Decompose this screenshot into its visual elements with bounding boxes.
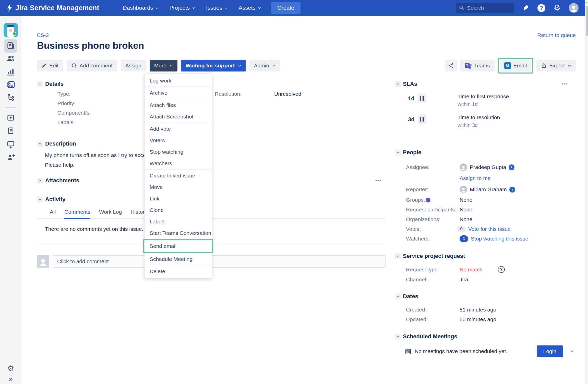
sidebar-item-displays[interactable] <box>6 140 15 149</box>
menu-item-archive[interactable]: Archive <box>145 87 212 99</box>
collapse-dates-icon[interactable] <box>395 294 401 299</box>
stop-watching-link[interactable]: Stop watching this issue <box>471 236 528 242</box>
nav-issues[interactable]: Issues <box>206 5 228 11</box>
updated-row: Updated: 50 minutes ago <box>395 315 576 324</box>
collapse-details-icon[interactable] <box>37 81 43 87</box>
menu-item-delete[interactable]: Delete <box>145 266 212 277</box>
document-icon <box>7 127 15 135</box>
return-to-queue-link[interactable]: Return to queue <box>537 32 576 38</box>
search-box[interactable] <box>456 3 514 13</box>
collapse-meetings-icon[interactable] <box>395 334 401 340</box>
collapse-description-icon[interactable] <box>37 141 43 147</box>
request-type-help-icon[interactable]: ? <box>498 266 505 273</box>
scrollbar-thumb[interactable] <box>586 6 588 36</box>
export-button[interactable]: Export <box>536 60 576 71</box>
info-icon[interactable]: i <box>509 164 514 170</box>
create-button[interactable]: Create <box>271 2 301 14</box>
attachments-more-icon[interactable]: ••• <box>375 178 381 183</box>
email-button[interactable]: O Email <box>500 60 532 71</box>
breadcrumb-issue-key[interactable]: CS-3 <box>37 32 49 38</box>
menu-item-clone[interactable]: Clone <box>145 204 212 216</box>
collapse-activity-icon[interactable] <box>37 197 43 202</box>
menu-item-labels[interactable]: Labels <box>145 216 212 227</box>
assignee-name[interactable]: Pradeep Gupta <box>470 164 506 170</box>
nav-assets[interactable]: Assets <box>238 5 261 11</box>
assignee-avatar[interactable] <box>460 163 467 171</box>
reporter-name[interactable]: Miriam Graham <box>470 186 507 193</box>
watchers-label: Watchers: <box>395 236 460 242</box>
menu-item-schedule-meeting[interactable]: Schedule Meeting <box>145 253 212 265</box>
sidebar-item-customers[interactable] <box>6 54 15 63</box>
menu-item-create-linked-issue[interactable]: Create linked issue <box>145 170 212 181</box>
sidebar-expand[interactable]: » <box>9 375 13 383</box>
pause-icon[interactable] <box>418 93 426 103</box>
attachments-title: Attachments <box>45 177 79 184</box>
sidebar-item-invite-people[interactable] <box>6 153 15 162</box>
sidebar-item-structure[interactable] <box>6 93 15 102</box>
sidebar-item-reports[interactable] <box>6 67 15 76</box>
nav-dashboards[interactable]: Dashboards <box>123 5 159 11</box>
collapse-slas-icon[interactable] <box>395 81 401 87</box>
assignee-row: Assignee: Pradeep Gupta i <box>395 162 576 173</box>
tab-comments[interactable]: Comments <box>64 209 90 219</box>
help-icon[interactable]: ? <box>537 4 545 12</box>
sidebar-item-outlook-calendar[interactable]: O <box>6 80 15 89</box>
assign-button[interactable]: Assign <box>121 60 146 71</box>
scheduled-meetings-section: Scheduled Meetings No meetings have been… <box>395 333 576 357</box>
sidebar-item-add-shortcut[interactable] <box>6 113 15 122</box>
sidebar-item-pages[interactable] <box>7 127 15 135</box>
sidebar-settings[interactable]: ⚙ <box>7 364 14 373</box>
user-avatar[interactable] <box>569 3 579 13</box>
share-button[interactable] <box>445 60 457 71</box>
collapse-people-icon[interactable] <box>395 150 401 155</box>
search-input[interactable] <box>467 5 505 11</box>
settings-icon[interactable]: ⚙ <box>553 4 561 12</box>
assign-to-me-link[interactable]: Assign to me <box>460 175 490 181</box>
edit-button[interactable]: Edit <box>37 60 63 71</box>
comment-input[interactable] <box>53 255 386 268</box>
announcements-icon[interactable] <box>522 4 530 12</box>
menu-item-start-teams-conversation[interactable]: Start Teams Conversation <box>145 227 212 239</box>
votes-label: Votes: <box>395 226 457 232</box>
collapse-service-request-icon[interactable] <box>395 253 401 259</box>
service-request-section: Service project request Request type: No… <box>395 253 576 284</box>
menu-divider <box>145 99 212 99</box>
sidebar-item-queues[interactable] <box>4 39 17 53</box>
page-scrollbar[interactable] <box>585 0 588 384</box>
menu-item-attach-files[interactable]: Attach files <box>145 99 212 111</box>
menu-item-link[interactable]: Link <box>145 193 212 204</box>
pause-icon[interactable] <box>418 114 426 124</box>
expand-attachments-icon[interactable] <box>37 178 43 184</box>
menu-item-stop-watching[interactable]: Stop watching <box>145 146 212 158</box>
menu-item-watchers[interactable]: Watchers <box>145 158 212 169</box>
info-icon[interactable]: i <box>509 187 515 193</box>
chevron-down-icon <box>170 64 173 67</box>
menu-item-add-vote[interactable]: Add vote <box>145 123 212 135</box>
app-logo[interactable]: Jira Service Management <box>7 4 99 12</box>
status-button[interactable]: Waiting for support <box>181 60 246 71</box>
updated-value: 50 minutes ago <box>460 316 496 322</box>
scrollbar-up-arrow[interactable] <box>586 2 588 3</box>
vote-link[interactable]: Vote for this issue <box>468 226 511 232</box>
admin-button[interactable]: Admin <box>249 60 280 71</box>
slas-more-icon[interactable]: ••• <box>562 81 576 87</box>
tab-work-log[interactable]: Work Log <box>99 209 122 218</box>
tab-all[interactable]: All <box>50 209 56 218</box>
login-button[interactable]: Login <box>537 345 563 357</box>
add-comment-button[interactable]: Add comment <box>67 60 117 71</box>
reporter-row: Reporter: Miriam Graham i <box>395 184 576 195</box>
teams-button[interactable]: T Teams <box>460 60 495 71</box>
menu-item-voters[interactable]: Voters <box>145 135 212 146</box>
chevron-down-icon[interactable] <box>570 349 574 353</box>
reporter-avatar[interactable] <box>460 186 467 193</box>
menu-divider <box>145 265 212 265</box>
menu-item-move[interactable]: Move <box>145 181 212 193</box>
comment-icon <box>71 63 77 68</box>
nav-projects[interactable]: Projects <box>169 5 195 11</box>
menu-item-send-email[interactable]: Send email <box>144 240 212 252</box>
menu-item-log-work[interactable]: Log work <box>145 75 212 86</box>
menu-item-attach-screenshot[interactable]: Attach Screenshot <box>145 111 212 122</box>
more-button[interactable]: More <box>150 60 177 71</box>
project-avatar[interactable] <box>4 23 18 37</box>
slas-title: SLAs <box>403 81 417 87</box>
